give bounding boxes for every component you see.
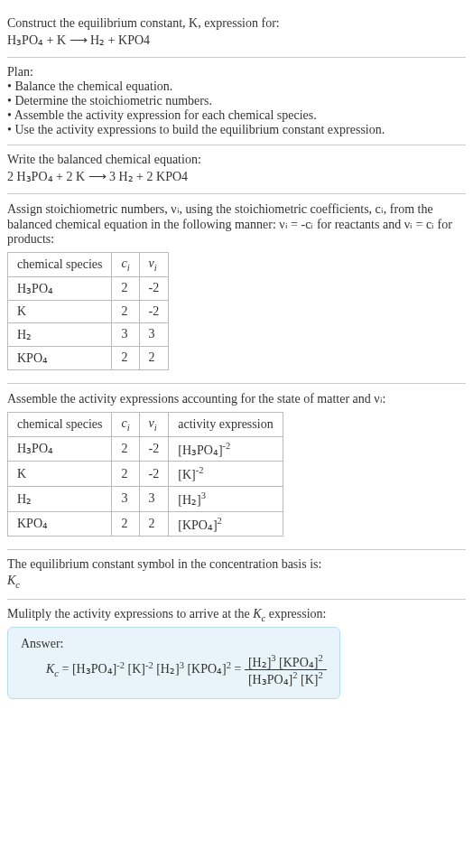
table-row: H₃PO₄ 2 -2 [H₃PO₄]-2 xyxy=(8,436,283,462)
answer-box: Answer: Kc = [H₃PO₄]-2 [K]-2 [H₂]3 [KPO₄… xyxy=(7,627,340,699)
plan-item: • Assemble the activity expression for e… xyxy=(7,108,466,123)
balanced-header: Write the balanced chemical equation: xyxy=(7,153,466,167)
table-row: H₂ 3 3 xyxy=(8,322,169,346)
symbol-section: The equilibrium constant symbol in the c… xyxy=(7,550,466,600)
cell-species: K xyxy=(8,300,112,322)
col-species: chemical species xyxy=(8,412,112,436)
cell-c: 3 xyxy=(112,486,139,511)
col-species: chemical species xyxy=(8,253,112,277)
stoich-section: Assign stoichiometric numbers, νᵢ, using… xyxy=(7,194,466,384)
col-c: ci xyxy=(112,412,139,436)
plan-item: • Balance the chemical equation. xyxy=(7,79,466,94)
cell-v: 2 xyxy=(139,346,169,369)
col-v: νi xyxy=(139,253,169,277)
plan-section: Plan: • Balance the chemical equation. •… xyxy=(7,58,466,145)
col-expr: activity expression xyxy=(169,412,283,436)
cell-v: 3 xyxy=(139,322,169,346)
table-row: H₂ 3 3 [H₂]3 xyxy=(8,486,283,511)
answer-equation: Kc = [H₃PO₄]-2 [K]-2 [H₂]3 [KPO₄]2 = [H₂… xyxy=(21,653,327,687)
cell-species: H₃PO₄ xyxy=(8,276,112,300)
activity-section: Assemble the activity expressions accoun… xyxy=(7,384,466,550)
cell-c: 2 xyxy=(112,462,139,487)
answer-fraction: [H₂]3 [KPO₄]2 [H₃PO₄]2 [K]2 xyxy=(245,653,327,687)
cell-c: 2 xyxy=(112,436,139,462)
cell-species: KPO₄ xyxy=(8,346,112,369)
cell-v: -2 xyxy=(139,436,169,462)
cell-species: KPO₄ xyxy=(8,511,112,537)
multiply-intro: Mulitply the activity expressions to arr… xyxy=(7,607,466,623)
answer-label: Answer: xyxy=(21,637,327,651)
table-header-row: chemical species ci νi activity expressi… xyxy=(8,412,283,436)
table-row: KPO₄ 2 2 xyxy=(8,346,169,369)
table-row: KPO₄ 2 2 [KPO₄]2 xyxy=(8,511,283,537)
table-row: K 2 -2 [K]-2 xyxy=(8,462,283,487)
table-row: K 2 -2 xyxy=(8,300,169,322)
cell-expr: [KPO₄]2 xyxy=(169,511,283,537)
cell-expr: [H₃PO₄]-2 xyxy=(169,436,283,462)
cell-c: 2 xyxy=(112,346,139,369)
cell-species: K xyxy=(8,462,112,487)
cell-c: 3 xyxy=(112,322,139,346)
balanced-section: Write the balanced chemical equation: 2 … xyxy=(7,145,466,194)
fraction-numerator: [H₂]3 [KPO₄]2 xyxy=(245,653,327,671)
cell-species: H₂ xyxy=(8,486,112,511)
cell-expr: [H₂]3 xyxy=(169,486,283,511)
answer-section: Mulitply the activity expressions to arr… xyxy=(7,600,466,706)
cell-v: -2 xyxy=(139,276,169,300)
col-c: ci xyxy=(112,253,139,277)
col-v: νi xyxy=(139,412,169,436)
cell-expr: [K]-2 xyxy=(169,462,283,487)
cell-c: 2 xyxy=(112,276,139,300)
cell-c: 2 xyxy=(112,511,139,537)
given-equation: H₃PO₄ + K ⟶ H₂ + KPO4 xyxy=(7,33,466,48)
title-text: Construct the equilibrium constant, K, e… xyxy=(7,16,280,30)
cell-v: 2 xyxy=(139,511,169,537)
title-line: Construct the equilibrium constant, K, e… xyxy=(7,16,466,31)
plan-item: • Determine the stoichiometric numbers. xyxy=(7,94,466,108)
stoich-table: chemical species ci νi H₃PO₄ 2 -2 K 2 -2… xyxy=(7,252,169,370)
symbol-kc: Kc xyxy=(7,574,466,590)
fraction-denominator: [H₃PO₄]2 [K]2 xyxy=(245,670,327,687)
activity-intro: Assemble the activity expressions accoun… xyxy=(7,391,466,406)
cell-v: 3 xyxy=(139,486,169,511)
title-section: Construct the equilibrium constant, K, e… xyxy=(7,7,466,58)
symbol-intro: The equilibrium constant symbol in the c… xyxy=(7,557,466,572)
cell-species: H₂ xyxy=(8,322,112,346)
cell-v: -2 xyxy=(139,300,169,322)
activity-table: chemical species ci νi activity expressi… xyxy=(7,412,283,537)
plan-header: Plan: xyxy=(7,65,466,79)
cell-c: 2 xyxy=(112,300,139,322)
table-row: H₃PO₄ 2 -2 xyxy=(8,276,169,300)
cell-v: -2 xyxy=(139,462,169,487)
balanced-equation: 2 H₃PO₄ + 2 K ⟶ 3 H₂ + 2 KPO4 xyxy=(7,169,466,184)
plan-item: • Use the activity expressions to build … xyxy=(7,123,466,137)
stoich-intro: Assign stoichiometric numbers, νᵢ, using… xyxy=(7,201,466,247)
table-header-row: chemical species ci νi xyxy=(8,253,169,277)
cell-species: H₃PO₄ xyxy=(8,436,112,462)
